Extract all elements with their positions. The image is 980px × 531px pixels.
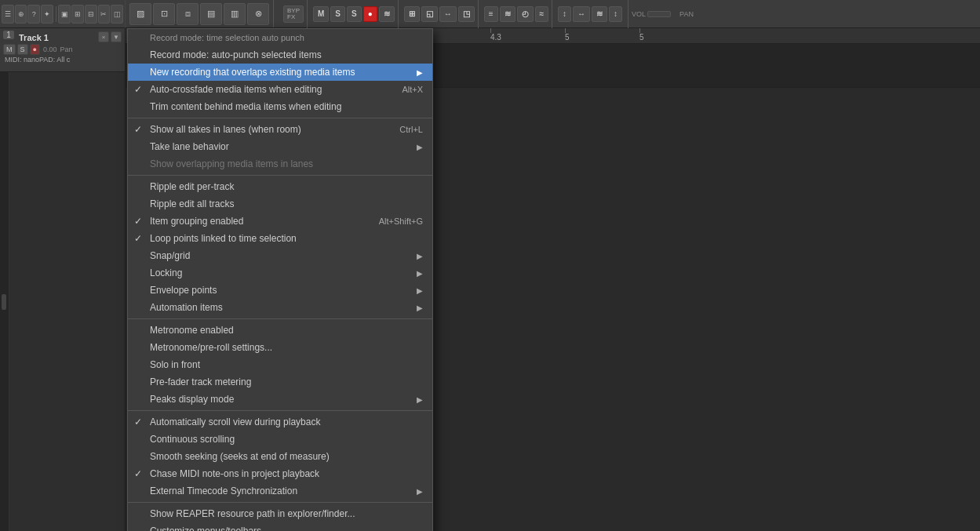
check-icon: ✓ <box>134 468 142 479</box>
menu-shortcut: Alt+X <box>402 85 423 94</box>
menu-item-pre-fader[interactable]: Pre-fader track metering <box>128 373 432 391</box>
tool-5[interactable]: ◫ <box>111 5 123 24</box>
check-icon: ✓ <box>134 233 142 244</box>
add-icon[interactable]: ⊕ <box>15 5 27 24</box>
menu-item-ripple-all[interactable]: Ripple edit all tracks <box>128 195 432 213</box>
mon-btn-4[interactable]: ◳ <box>458 6 475 22</box>
byp-button[interactable]: BYPFX <box>283 5 304 23</box>
menu-label: Pre-fader track metering <box>150 376 251 387</box>
menu-icon[interactable]: ☰ <box>2 5 14 24</box>
menu-label: Loop points linked to time selection <box>150 233 297 244</box>
mon-btn-3[interactable]: ↔ <box>439 6 457 22</box>
menu-shortcut: Alt+Shift+G <box>379 216 423 226</box>
check-icon: ✓ <box>134 216 142 227</box>
menu-label: Continuous scrolling <box>150 434 235 445</box>
pb-btn-3[interactable]: ◴ <box>517 6 534 22</box>
menu-label: Customize menus/toolbars... <box>150 526 269 531</box>
menu-item-item-grouping[interactable]: ✓ Item grouping enabled Alt+Shift+G <box>128 213 432 230</box>
toolbar-section-1: ▨ ⊡ ⧈ ▤ ▥ ⊗ <box>126 0 274 27</box>
menu-label: Envelope points <box>150 285 217 296</box>
menu-label: Take lane behavior <box>150 141 229 152</box>
dropdown-overlay: Record mode: time selection auto punch R… <box>0 28 980 531</box>
check-icon: ✓ <box>134 124 142 135</box>
submenu-arrow-icon: ▶ <box>417 252 423 260</box>
menu-label: Show REAPER resource path in explorer/fi… <box>150 508 355 519</box>
submenu-arrow-icon: ▶ <box>417 143 423 151</box>
misc-btn-3[interactable]: ≋ <box>592 6 607 22</box>
menu-item-external-tc[interactable]: External Timecode Synchronization ▶ <box>128 482 432 500</box>
menu-item-auto-crossfade[interactable]: ✓ Auto-crossfade media items when editin… <box>128 81 432 98</box>
misc-btn-4[interactable]: ↕ <box>609 6 622 22</box>
toolbar-btn-5[interactable]: ▥ <box>224 3 246 25</box>
menu-label: Metronome/pre-roll settings... <box>150 342 272 353</box>
menu-item-record-mode[interactable]: Record mode: time selection auto punch <box>128 29 432 46</box>
menu-label: Automatically scroll view during playbac… <box>150 416 320 427</box>
toolbar-btn-1[interactable]: ▨ <box>129 3 151 25</box>
toolbar-btn-6[interactable]: ⊗ <box>247 3 269 25</box>
menu-item-solo-front[interactable]: Solo in front <box>128 356 432 373</box>
tool-4[interactable]: ✂ <box>98 5 111 24</box>
menu-item-loop-points[interactable]: ✓ Loop points linked to time selection <box>128 230 432 247</box>
top-left-toolbar: ☰ ⊕ ? ✦ ▣ ⊞ ⊟ ✂ ◫ <box>0 0 126 28</box>
menu-item-customize-menus[interactable]: Customize menus/toolbars... <box>128 522 432 531</box>
m-button[interactable]: M <box>313 6 329 22</box>
menu-item-new-recording[interactable]: New recording that overlaps existing med… <box>128 64 432 81</box>
menu-separator-2 <box>128 175 432 176</box>
pb-btn-2[interactable]: ≋ <box>500 6 516 22</box>
toolbar-btn-4[interactable]: ▤ <box>200 3 222 25</box>
wave-button[interactable]: ≋ <box>379 6 395 22</box>
menu-item-automation-items[interactable]: Automation items ▶ <box>128 299 432 316</box>
menu-label: Trim content behind media items when edi… <box>150 101 341 112</box>
menu-label: Solo in front <box>150 359 200 370</box>
toolbar-btn-2[interactable]: ⊡ <box>153 3 175 25</box>
menu-item-show-overlapping[interactable]: Show overlapping media items in lanes <box>128 155 432 173</box>
rec-button[interactable]: ● <box>363 6 377 22</box>
menu-item-snap-grid[interactable]: Snap/grid ▶ <box>128 247 432 264</box>
mss-group: M S S ● ≋ <box>310 0 399 28</box>
menu-item-chase-midi[interactable]: ✓ Chase MIDI note-ons in project playbac… <box>128 465 432 482</box>
menu-separator-1 <box>128 118 432 118</box>
byp-fx-group: BYPFX <box>280 0 308 28</box>
menu-label: Item grouping enabled <box>150 216 243 227</box>
menu-item-take-lane[interactable]: Take lane behavior ▶ <box>128 138 432 155</box>
menu-item-show-all-takes[interactable]: ✓ Show all takes in lanes (when room) Ct… <box>128 121 432 138</box>
menu-item-metronome[interactable]: Metronome enabled <box>128 322 432 339</box>
menu-item-ripple-per-track[interactable]: Ripple edit per-track <box>128 178 432 195</box>
menu-item-envelope-points[interactable]: Envelope points ▶ <box>128 282 432 299</box>
tool-2[interactable]: ⊞ <box>71 5 84 24</box>
transport-area: BYPFX M S S ● ≋ ⊞ ◱ ↔ ◳ ≡ ≋ ◴ ≈ ↕ ↔ ≋ ↕ <box>280 0 697 28</box>
pb-btn-1[interactable]: ≡ <box>484 6 498 22</box>
pb-btn-4[interactable]: ≈ <box>535 6 549 22</box>
menu-label: Record mode: auto-punch selected items <box>150 49 322 60</box>
misc-btn-1[interactable]: ↕ <box>558 6 571 22</box>
menu-item-record-mode-punch[interactable]: Record mode: auto-punch selected items <box>128 46 432 64</box>
menu-item-show-reaper-path[interactable]: Show REAPER resource path in explorer/fi… <box>128 505 432 522</box>
menu-item-metronome-settings[interactable]: Metronome/pre-roll settings... <box>128 339 432 356</box>
menu-item-locking[interactable]: Locking ▶ <box>128 264 432 282</box>
menu-label: Peaks display mode <box>150 394 234 405</box>
mon-btn-1[interactable]: ⊞ <box>404 6 420 22</box>
menu-label: Snap/grid <box>150 250 190 261</box>
menu-label: Smooth seeking (seeks at end of measure) <box>150 451 330 462</box>
menu-label: Show all takes in lanes (when room) <box>150 124 301 135</box>
menu-item-auto-scroll[interactable]: ✓ Automatically scroll view during playb… <box>128 413 432 431</box>
help-icon[interactable]: ? <box>27 5 40 24</box>
mon-btn-2[interactable]: ◱ <box>421 6 438 22</box>
menu-item-smooth-seeking[interactable]: Smooth seeking (seeks at end of measure) <box>128 448 432 465</box>
tool-3[interactable]: ⊟ <box>85 5 97 24</box>
top-toolbar: ▨ ⊡ ⧈ ▤ ▥ ⊗ BYPFX M S S ● ≋ ⊞ ◱ ↔ ◳ ≡ ≋ … <box>126 0 980 28</box>
s-button[interactable]: S <box>330 6 345 22</box>
settings-icon[interactable]: ✦ <box>41 5 53 24</box>
menu-label: Ripple edit all tracks <box>150 198 234 209</box>
s2-button[interactable]: S <box>347 6 362 22</box>
tool-select[interactable]: ▣ <box>58 5 71 24</box>
misc-btn-2[interactable]: ↔ <box>573 6 590 22</box>
menu-shortcut: Ctrl+L <box>399 125 423 134</box>
vol-slider[interactable] <box>647 11 671 17</box>
menu-item-peaks-mode[interactable]: Peaks display mode ▶ <box>128 391 432 408</box>
menu-item-trim-content[interactable]: Trim content behind media items when edi… <box>128 98 432 115</box>
menu-item-continuous-scrolling[interactable]: Continuous scrolling <box>128 431 432 448</box>
menu-separator-3 <box>128 318 432 319</box>
toolbar-btn-3[interactable]: ⧈ <box>177 3 199 25</box>
monitor-group: ⊞ ◱ ↔ ◳ <box>401 0 479 28</box>
